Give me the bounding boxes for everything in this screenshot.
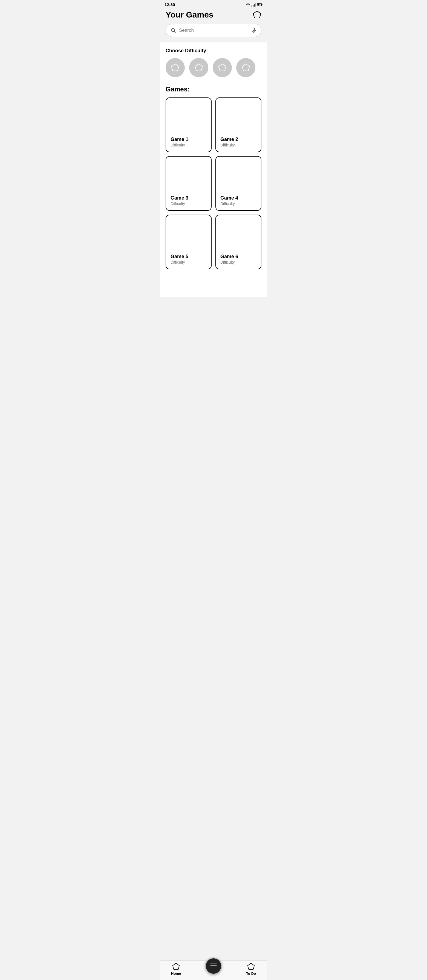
- game-card-6[interactable]: Game 6 Difficulty: [216, 215, 261, 269]
- game-card-1-difficulty: Difficulty: [170, 143, 207, 147]
- svg-line-10: [174, 31, 175, 33]
- game-card-2-title: Game 2: [220, 137, 257, 142]
- svg-point-9: [171, 29, 175, 32]
- pentagon-icon-2: [194, 63, 203, 72]
- svg-point-0: [248, 5, 249, 6]
- difficulty-section: Choose Difficulty:: [166, 48, 261, 77]
- search-container: [160, 24, 267, 43]
- status-bar: 12:30: [160, 0, 267, 8]
- game-card-5-title: Game 5: [170, 254, 207, 259]
- search-bar[interactable]: [166, 24, 261, 37]
- status-time: 12:30: [165, 2, 175, 7]
- pentagon-icon-4: [241, 63, 251, 72]
- wifi-icon: [246, 3, 251, 6]
- app-header: Your Games: [160, 8, 267, 24]
- game-card-2-difficulty: Difficulty: [220, 143, 257, 147]
- page-title: Your Games: [166, 10, 214, 19]
- game-card-5[interactable]: Game 5 Difficulty: [166, 215, 211, 269]
- svg-rect-11: [253, 28, 254, 31]
- svg-rect-1: [252, 5, 252, 6]
- game-card-1[interactable]: Game 1 Difficulty: [166, 97, 211, 152]
- game-card-5-difficulty: Difficulty: [170, 260, 207, 264]
- difficulty-circle-2[interactable]: [189, 58, 208, 77]
- difficulty-circle-4[interactable]: [236, 58, 256, 77]
- difficulty-label: Choose Difficulty:: [166, 48, 261, 54]
- search-icon: [170, 27, 176, 33]
- signal-icon: [252, 3, 256, 6]
- game-card-3[interactable]: Game 3 Difficulty: [166, 156, 211, 211]
- difficulty-circle-1[interactable]: [166, 58, 185, 77]
- game-card-6-difficulty: Difficulty: [220, 260, 257, 264]
- header-pentagon-icon[interactable]: [252, 10, 261, 19]
- game-card-2[interactable]: Game 2 Difficulty: [216, 97, 261, 152]
- svg-rect-4: [255, 3, 256, 6]
- mic-icon[interactable]: [251, 27, 257, 33]
- difficulty-circles: [166, 58, 261, 77]
- svg-marker-16: [218, 64, 226, 71]
- game-card-4-title: Game 4: [220, 195, 257, 201]
- svg-rect-6: [262, 4, 262, 5]
- svg-marker-17: [242, 64, 249, 71]
- game-card-1-title: Game 1: [170, 137, 207, 142]
- game-card-4[interactable]: Game 4 Difficulty: [216, 156, 261, 211]
- svg-rect-2: [252, 5, 254, 6]
- pentagon-icon-1: [170, 63, 180, 72]
- svg-rect-3: [254, 4, 254, 6]
- search-input[interactable]: [179, 28, 248, 33]
- status-icons: [246, 3, 262, 6]
- games-grid: Game 1 Difficulty Game 2 Difficulty Game…: [166, 97, 261, 269]
- game-card-3-title: Game 3: [170, 195, 207, 201]
- game-card-3-difficulty: Difficulty: [170, 202, 207, 206]
- svg-rect-7: [257, 3, 259, 5]
- games-label: Games:: [166, 86, 261, 93]
- games-section: Games: Game 1 Difficulty Game 2 Difficul…: [166, 86, 261, 269]
- svg-marker-8: [253, 11, 261, 18]
- battery-icon: [257, 3, 262, 6]
- game-card-4-difficulty: Difficulty: [220, 202, 257, 206]
- difficulty-circle-3[interactable]: [213, 58, 232, 77]
- pentagon-icon-3: [217, 63, 227, 72]
- svg-marker-15: [195, 64, 202, 71]
- main-content: Choose Difficulty:: [160, 43, 267, 297]
- game-card-6-title: Game 6: [220, 254, 257, 259]
- svg-marker-14: [171, 64, 179, 71]
